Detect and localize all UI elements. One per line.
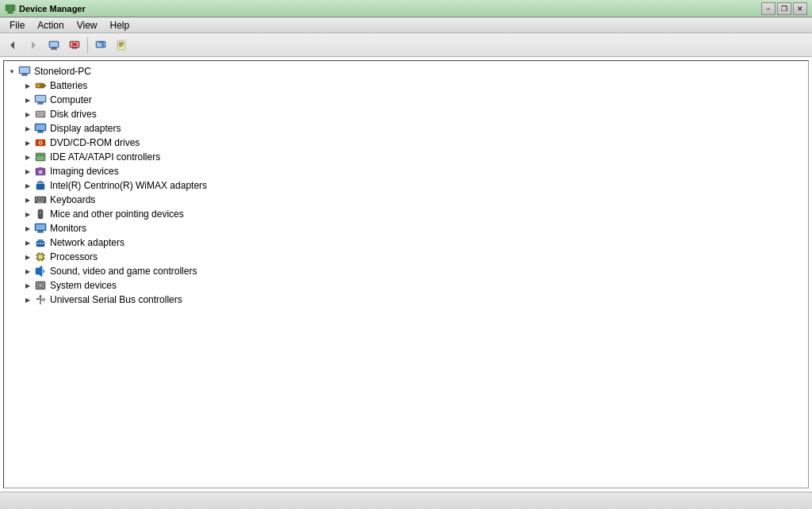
tree-item-batteries[interactable]: ▶ Batteries: [20, 78, 808, 93]
tree-item-display[interactable]: ▶ Display adapters: [20, 121, 808, 136]
svg-rect-52: [36, 184, 44, 189]
menu-file[interactable]: File: [3, 18, 31, 33]
svg-rect-61: [43, 200, 44, 201]
expand-batteries[interactable]: ▶: [23, 81, 33, 90]
expand-network[interactable]: ▶: [23, 238, 33, 247]
svg-rect-6: [52, 48, 56, 49]
svg-rect-59: [38, 200, 40, 201]
svg-rect-35: [36, 114, 42, 115]
tree-item-network[interactable]: ▶ Network adapters: [20, 235, 808, 250]
device-tree[interactable]: ▼ Stonelord-PC: [3, 60, 809, 488]
svg-rect-29: [36, 96, 45, 101]
ide-icon: [34, 151, 47, 163]
menu-bar: File Action View Help: [0, 17, 812, 33]
expand-display[interactable]: ▶: [23, 124, 33, 133]
svg-point-69: [40, 231, 41, 232]
keyboards-label: Keyboards: [50, 194, 95, 205]
expand-mice[interactable]: ▶: [23, 209, 33, 219]
minimize-button[interactable]: −: [761, 2, 776, 15]
expand-dvd[interactable]: ▶: [23, 138, 33, 147]
forward-button[interactable]: [24, 36, 43, 55]
svg-rect-37: [36, 124, 45, 130]
title-bar: Device Manager − ❐ ✕: [0, 0, 812, 17]
svg-rect-27: [36, 84, 40, 87]
expand-monitors[interactable]: ▶: [23, 224, 33, 233]
update-driver-button[interactable]: [44, 36, 63, 55]
tree-root: ▼ Stonelord-PC: [4, 64, 808, 307]
tree-item-dvd[interactable]: ▶ DVD/CD-ROM drives: [20, 136, 808, 150]
batteries-label: Batteries: [50, 80, 87, 91]
svg-rect-23: [22, 74, 27, 75]
ide-label: IDE ATA/ATAPI controllers: [50, 151, 160, 163]
network-icon: [34, 236, 47, 249]
properties-button[interactable]: [112, 36, 131, 55]
tree-item-computer[interactable]: ▶ Computer: [20, 93, 808, 107]
imaging-label: Imaging devices: [50, 166, 119, 177]
svg-point-47: [42, 155, 44, 156]
svg-rect-56: [40, 197, 42, 199]
expand-processors[interactable]: ▶: [23, 252, 33, 262]
svg-rect-62: [37, 201, 44, 203]
expand-sound[interactable]: ▶: [23, 266, 33, 276]
svg-rect-71: [38, 239, 43, 242]
main-content: ▼ Stonelord-PC: [0, 57, 812, 492]
svg-point-42: [40, 142, 41, 144]
tree-item-system[interactable]: ▶ System devices: [20, 278, 808, 293]
svg-rect-60: [40, 200, 42, 201]
back-button[interactable]: [3, 36, 22, 55]
tree-children: ▶ Batteries ▶: [4, 78, 808, 307]
expand-wimax[interactable]: ▶: [23, 181, 33, 190]
svg-rect-77: [39, 255, 42, 258]
monitors-label: Monitors: [50, 223, 86, 234]
computer-icon: [18, 65, 31, 78]
expand-keyboards[interactable]: ▶: [23, 195, 33, 205]
sound-label: Sound, video and game controllers: [50, 266, 197, 277]
scan-button[interactable]: [91, 36, 110, 55]
restore-button[interactable]: ❐: [777, 2, 791, 15]
svg-rect-8: [50, 42, 58, 47]
tree-root-item[interactable]: ▼ Stonelord-PC: [4, 64, 808, 78]
uninstall-button[interactable]: [65, 36, 84, 55]
svg-rect-31: [37, 104, 44, 105]
disk-label: Disk drives: [50, 109, 97, 120]
svg-rect-26: [44, 85, 46, 86]
svg-rect-58: [36, 200, 37, 201]
svg-rect-1: [8, 11, 13, 13]
menu-view[interactable]: View: [71, 18, 104, 33]
svg-point-45: [37, 155, 39, 156]
expand-ide[interactable]: ▶: [23, 152, 33, 162]
menu-action[interactable]: Action: [31, 18, 70, 33]
window-title: Device Manager: [19, 4, 86, 13]
close-button[interactable]: ✕: [793, 2, 807, 15]
tree-item-ide[interactable]: ▶ IDE ATA/ATAPI controllers: [20, 150, 808, 164]
expand-computer[interactable]: ▶: [23, 95, 33, 105]
svg-rect-39: [37, 132, 44, 133]
expand-imaging[interactable]: ▶: [23, 166, 33, 176]
expand-arrow-root[interactable]: ▼: [7, 67, 17, 76]
tree-item-disk[interactable]: ▶ Disk drives: [20, 107, 808, 121]
tree-item-wimax[interactable]: ▶ Intel(R) Centrino(R) WiMAX adapters: [20, 178, 808, 193]
svg-marker-92: [39, 295, 42, 297]
disk-icon: [34, 108, 47, 121]
system-label: System devices: [50, 280, 117, 291]
tree-item-mice[interactable]: ▶ Mice and other pointing devices: [20, 207, 808, 221]
tree-item-imaging[interactable]: ▶ Imaging devices: [20, 164, 808, 178]
expand-usb[interactable]: ▶: [23, 295, 33, 304]
menu-help[interactable]: Help: [104, 18, 136, 33]
expand-system[interactable]: ▶: [23, 281, 33, 290]
svg-rect-73: [40, 243, 41, 244]
svg-rect-55: [38, 197, 40, 199]
tree-item-sound[interactable]: ▶ Sound, video and game controllers: [20, 264, 808, 278]
dvd-icon: [34, 136, 47, 149]
expand-disk[interactable]: ▶: [23, 109, 33, 119]
tree-item-keyboards[interactable]: ▶: [20, 193, 808, 207]
tree-item-processors[interactable]: ▶: [20, 250, 808, 264]
status-bar: [0, 492, 812, 509]
computer-item-icon: [34, 94, 47, 106]
tree-item-monitors[interactable]: ▶ Monitors: [20, 221, 808, 235]
svg-point-34: [43, 116, 44, 117]
dvd-label: DVD/CD-ROM drives: [50, 137, 140, 148]
tree-item-usb[interactable]: ▶ Universal Serial Bus control: [20, 293, 808, 307]
svg-rect-10: [72, 48, 77, 49]
toolbar-separator: [87, 37, 88, 53]
